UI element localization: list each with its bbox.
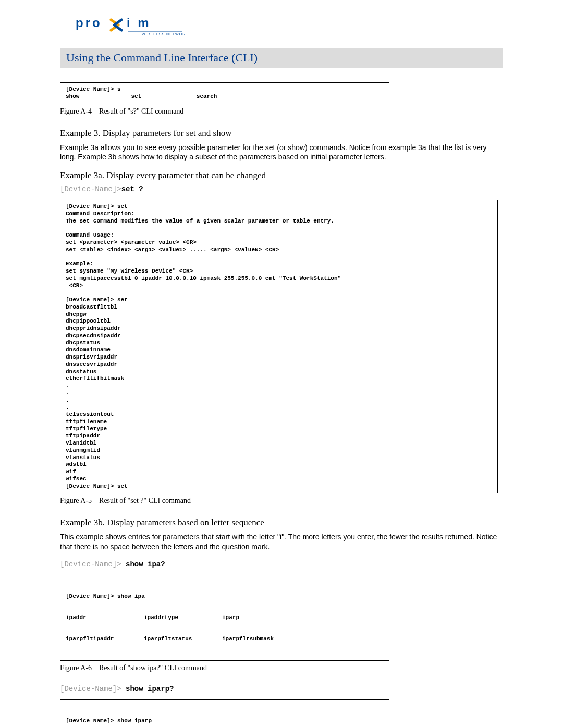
body-example-3: Example 3a allows you to see every possi… bbox=[60, 143, 503, 163]
brand-logo: pro i m WIRELESS NETWORKS bbox=[60, 16, 503, 39]
svg-text:WIRELESS NETWORKS: WIRELESS NETWORKS bbox=[142, 32, 185, 36]
svg-text:i m: i m bbox=[127, 16, 151, 30]
caption-text: Result of "set ?" CLI command bbox=[99, 497, 191, 504]
cmd-text: show ipa? bbox=[126, 560, 165, 569]
cmd-prefix: [Device-Name]> bbox=[60, 185, 121, 193]
cmd-text: set ? bbox=[121, 185, 143, 193]
figure-caption-a5: Figure A-5Result of "set ?" CLI command bbox=[60, 497, 503, 505]
heading-example-3b: Example 3b. Display parameters based on … bbox=[60, 517, 503, 528]
cli-col: ipaddrtype bbox=[144, 614, 222, 622]
cmd-text: show iparp? bbox=[126, 685, 174, 693]
cli-output-set: [Device Name]> set Command Description: … bbox=[60, 200, 498, 493]
heading-example-3a: Example 3a. Display every parameter that… bbox=[60, 170, 503, 181]
figure-caption-a6: Figure A-6Result of "show ipa?" CLI comm… bbox=[60, 664, 503, 672]
caption-label: Figure A-6 bbox=[60, 664, 92, 672]
cli-col: iparp bbox=[222, 614, 300, 622]
cmd-prefix: [Device-Name]> bbox=[60, 560, 126, 569]
cli-output-s: [Device Name]> s show set search bbox=[60, 82, 389, 104]
caption-label: Figure A-4 bbox=[60, 107, 92, 115]
figure-caption-a4: Figure A-4Result of "s?" CLI command bbox=[60, 107, 503, 116]
svg-text:pro: pro bbox=[76, 16, 102, 30]
cmd-set-question: [Device-Name]>set ? bbox=[60, 185, 503, 193]
caption-text: Result of "s?" CLI command bbox=[99, 107, 183, 115]
cli-output-show-iparp: [Device Name]> show iparp iparp iparpflt… bbox=[60, 699, 389, 728]
caption-text: Result of "show ipa?" CLI command bbox=[99, 664, 207, 672]
cmd-prefix: [Device-Name]> bbox=[60, 685, 126, 693]
cli-col: iparpfltstatus bbox=[144, 636, 222, 643]
caption-label: Figure A-5 bbox=[60, 497, 92, 504]
cmd-show-ipa: [Device-Name]> show ipa? bbox=[60, 560, 503, 569]
cli-line: [Device Name]> show iparp bbox=[66, 718, 384, 725]
heading-example-3: Example 3. Display parameters for set an… bbox=[60, 128, 503, 139]
cli-output-show-ipa: [Device Name]> show ipa ipaddr ipaddrtyp… bbox=[60, 575, 389, 661]
cli-line: [Device Name]> show ipa bbox=[66, 593, 384, 600]
cmd-show-iparp: [Device-Name]> show iparp? bbox=[60, 685, 503, 693]
cli-col: ipaddr bbox=[66, 614, 144, 622]
page-title: Using the Command Line Interface (CLI) bbox=[60, 48, 503, 68]
body-example-3b: This example shows entries for parameter… bbox=[60, 532, 503, 552]
cli-col: iparpfltipaddr bbox=[66, 636, 144, 643]
cli-col: iparpfltsubmask bbox=[222, 636, 300, 643]
